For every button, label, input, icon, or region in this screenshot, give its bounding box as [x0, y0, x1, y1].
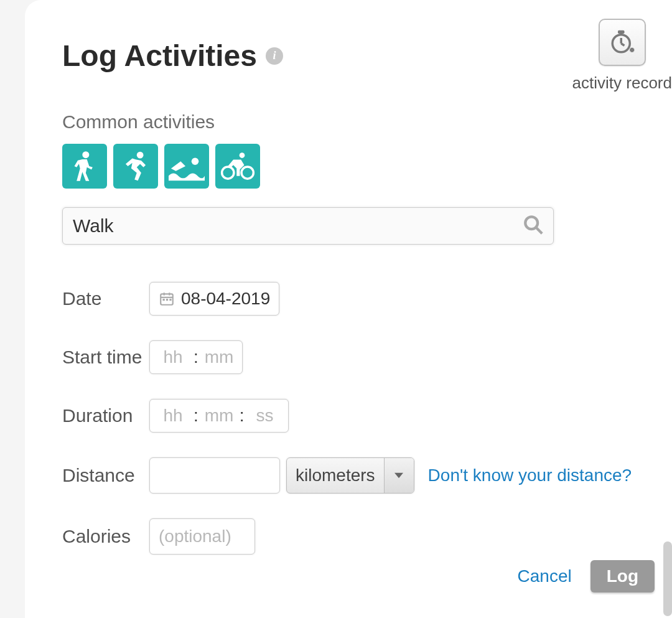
calories-input[interactable]: (optional) [149, 518, 255, 555]
svg-point-10 [222, 167, 234, 179]
activity-record-caption: activity record [572, 73, 672, 93]
start-time-field[interactable]: hh : mm [149, 340, 243, 374]
log-button[interactable]: Log [590, 560, 655, 592]
duration-hh[interactable]: hh [159, 406, 187, 426]
bike-icon [220, 151, 255, 181]
search-icon[interactable] [523, 214, 544, 238]
duration-mm[interactable]: mm [205, 406, 233, 426]
activity-tile-walk[interactable] [62, 144, 107, 189]
duration-field[interactable]: hh : mm : ss [149, 399, 289, 433]
stopwatch-add-icon [609, 29, 635, 55]
swim-icon [169, 151, 205, 181]
start-time-label: Start time [62, 347, 149, 368]
calendar-icon [159, 291, 175, 307]
common-activities-label: Common activities [62, 111, 672, 133]
svg-point-11 [241, 167, 253, 179]
activity-tile-bike[interactable] [215, 144, 260, 189]
activity-search-input[interactable] [62, 207, 554, 245]
distance-input[interactable] [149, 457, 280, 494]
svg-rect-21 [169, 299, 171, 301]
activity-tile-swim[interactable] [164, 144, 209, 189]
duration-ss[interactable]: ss [251, 406, 279, 426]
svg-rect-19 [163, 299, 165, 301]
page-title: Log Activities [62, 39, 257, 73]
svg-rect-20 [166, 299, 168, 301]
svg-rect-1 [618, 30, 625, 34]
svg-point-7 [82, 151, 89, 158]
chevron-down-icon [384, 458, 414, 493]
run-icon [120, 150, 151, 182]
activity-record-button[interactable] [599, 19, 646, 66]
cancel-button[interactable]: Cancel [518, 566, 572, 586]
date-value: 08-04-2019 [181, 289, 270, 309]
distance-unit-selected: kilometers [287, 458, 384, 493]
svg-line-14 [536, 227, 542, 233]
distance-label: Distance [62, 465, 149, 486]
activity-tile-run[interactable] [113, 144, 158, 189]
calories-placeholder: (optional) [159, 527, 231, 546]
distance-unit-select[interactable]: kilometers miles kilometers steps [286, 457, 414, 494]
walk-icon [71, 150, 98, 182]
start-hh[interactable]: hh [159, 347, 187, 367]
start-mm[interactable]: mm [205, 347, 233, 367]
scrollbar-thumb[interactable] [663, 541, 672, 616]
svg-point-9 [192, 157, 199, 165]
svg-point-12 [240, 152, 245, 158]
svg-point-8 [137, 152, 144, 159]
duration-label: Duration [62, 405, 149, 426]
info-icon[interactable]: i [266, 47, 283, 65]
svg-line-4 [621, 44, 624, 46]
date-field[interactable]: 08-04-2019 [149, 282, 279, 316]
distance-help-link[interactable]: Don't know your distance? [428, 466, 632, 485]
svg-point-13 [525, 217, 538, 229]
log-activities-panel: Log Activities i activity record Common … [25, 0, 672, 618]
date-label: Date [62, 288, 149, 309]
calories-label: Calories [62, 526, 149, 547]
